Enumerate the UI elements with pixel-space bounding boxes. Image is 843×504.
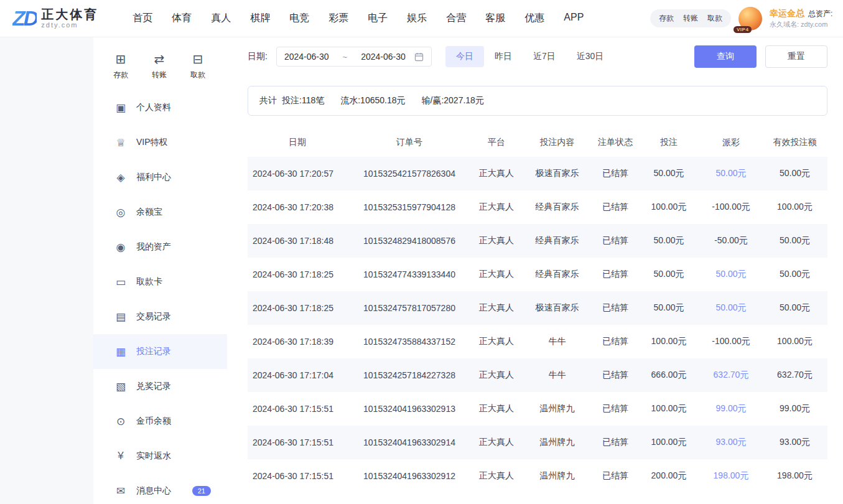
- cell-payout: 632.70元: [700, 370, 762, 381]
- cell-valid-bet: 198.00元: [762, 470, 827, 482]
- sidebar-menu-item[interactable]: ◉ 我的资产: [93, 230, 227, 264]
- sidebar-menu-item[interactable]: ▧ 兑奖记录: [93, 369, 227, 404]
- nav-item[interactable]: 首页: [133, 12, 152, 25]
- nav-item[interactable]: APP: [564, 12, 584, 25]
- cell-platform: 正大真人: [472, 470, 521, 482]
- cell-order-no: 1015324774339133440: [347, 269, 472, 279]
- nav-item[interactable]: 体育: [172, 12, 192, 25]
- filter-bar: 日期: 2024-06-30 ~ 2024-06-30 今日: [248, 37, 827, 76]
- sidebar-menu-item[interactable]: ✉ 消息中心 21: [93, 474, 227, 504]
- table-row: 2024-06-30 17:18:48 1015324829418008576 …: [248, 224, 827, 258]
- zd-logo-icon: ZD: [12, 6, 37, 30]
- nav-item[interactable]: 电竞: [289, 12, 309, 25]
- nav-item[interactable]: 电子: [368, 12, 388, 25]
- cell-date: 2024-06-30 17:20:57: [248, 169, 347, 179]
- top-bar: ZD 正大体育 zdty.com 首页 体育 真人 棋牌 电竞 彩票 电子 娱乐…: [0, 0, 843, 37]
- cell-order-no: 1015324041963302914: [347, 437, 472, 447]
- wallet-action-button[interactable]: 存款: [659, 13, 674, 24]
- quick-date-filter[interactable]: 今日: [445, 46, 484, 67]
- cell-status: 已结算: [593, 302, 638, 314]
- user-avatar[interactable]: VIP4: [738, 7, 762, 30]
- cell-bet-amount: 50.00元: [638, 235, 700, 246]
- cell-date: 2024-06-30 17:17:04: [248, 370, 347, 380]
- cell-order-no: 1015325315977904128: [347, 202, 472, 212]
- permanent-domain-text: 永久域名: zdty.com: [770, 20, 837, 30]
- cell-payout: 50.00元: [700, 302, 762, 314]
- sidebar-menu-label: 我的资产: [136, 241, 171, 253]
- cell-platform: 正大真人: [472, 370, 521, 381]
- unread-count-badge: 21: [192, 486, 211, 496]
- date-range-picker[interactable]: 2024-06-30 ~ 2024-06-30: [276, 47, 432, 67]
- summary-winloss: 输/赢:2027.18元: [422, 95, 484, 106]
- reset-button[interactable]: 重置: [765, 45, 827, 68]
- sidebar-menu-icon: ♕: [114, 136, 127, 149]
- nav-item[interactable]: 娱乐: [407, 12, 427, 25]
- quick-date-filter[interactable]: 近30日: [566, 46, 615, 67]
- sidebar-menu-item[interactable]: ▣ 个人资料: [93, 90, 227, 125]
- cell-valid-bet: 632.70元: [762, 370, 827, 381]
- date-from-value[interactable]: 2024-06-30: [284, 52, 329, 62]
- quick-action-icon: ⊟: [193, 53, 203, 65]
- nav-item[interactable]: 优惠: [524, 12, 544, 25]
- sidebar-quick-action[interactable]: ⇄ 转账: [152, 53, 167, 80]
- sidebar-menu-icon: ▧: [114, 380, 127, 393]
- wallet-action-button[interactable]: 转账: [683, 13, 698, 24]
- table-row: 2024-06-30 17:15:51 1015324041963302913 …: [248, 392, 827, 426]
- sidebar-menu-label: 取款卡: [136, 276, 162, 287]
- date-range-separator: ~: [343, 52, 348, 62]
- query-button[interactable]: 查询: [694, 45, 757, 68]
- nav-item[interactable]: 棋牌: [250, 12, 270, 25]
- cell-bet-amount: 100.00元: [638, 403, 700, 414]
- table-column-header: 日期: [248, 137, 347, 148]
- cell-payout: 50.00元: [700, 269, 762, 280]
- cell-status: 已结算: [593, 470, 638, 482]
- sidebar-menu-item[interactable]: ⊙ 金币余额: [93, 404, 227, 439]
- brand-logo[interactable]: ZD 正大体育 zdty.com: [12, 6, 98, 30]
- sidebar-menu-icon: ▭: [114, 276, 127, 289]
- quick-date-filter[interactable]: 昨日: [484, 46, 523, 67]
- nav-item[interactable]: 合营: [446, 12, 466, 25]
- cell-date: 2024-06-30 17:15:51: [248, 404, 347, 414]
- table-row: 2024-06-30 17:17:04 1015324257184227328 …: [248, 358, 827, 392]
- sidebar-menu-item[interactable]: ◈ 福利中心: [93, 160, 227, 195]
- cell-status: 已结算: [593, 202, 638, 213]
- nav-item[interactable]: 彩票: [328, 12, 348, 25]
- cell-bet-amount: 50.00元: [638, 302, 700, 314]
- sidebar-menu-label: VIP特权: [136, 137, 168, 148]
- cell-date: 2024-06-30 17:20:38: [248, 202, 347, 212]
- nav-item[interactable]: 客服: [485, 12, 505, 25]
- sidebar-menu-label: 福利中心: [136, 172, 171, 183]
- wallet-action-button[interactable]: 取款: [707, 13, 722, 24]
- cell-bet-amount: 50.00元: [638, 168, 700, 179]
- cell-date: 2024-06-30 17:15:51: [248, 437, 347, 447]
- cell-platform: 正大真人: [472, 168, 521, 179]
- sidebar-menu-item[interactable]: ¥ 实时返水: [93, 439, 227, 474]
- sidebar-quick-action[interactable]: ⊞ 存款: [113, 53, 128, 80]
- cell-status: 已结算: [593, 437, 638, 448]
- cell-bet-content: 经典百家乐: [521, 269, 593, 280]
- cell-bet-content: 经典百家乐: [521, 202, 593, 213]
- table-row: 2024-06-30 17:18:25 1015324774339133440 …: [248, 258, 827, 291]
- calendar-icon[interactable]: [414, 52, 424, 62]
- cell-status: 已结算: [593, 403, 638, 414]
- summary-turnover: 流水:10650.18元: [340, 95, 405, 106]
- cell-bet-content: 温州牌九: [521, 470, 593, 482]
- sidebar-menu-item[interactable]: ◎ 余额宝: [93, 195, 227, 230]
- cell-payout: 99.00元: [700, 403, 762, 414]
- quick-date-filter[interactable]: 近7日: [523, 46, 566, 67]
- sidebar-menu-item[interactable]: ▦ 投注记录: [93, 334, 227, 369]
- sidebar-quick-action[interactable]: ⊟ 取款: [190, 53, 205, 80]
- cell-order-no: 1015324041963302913: [347, 404, 472, 414]
- sidebar-menu-item[interactable]: ▭ 取款卡: [93, 264, 227, 299]
- date-to-value[interactable]: 2024-06-30: [361, 52, 406, 62]
- cell-platform: 正大真人: [472, 336, 521, 347]
- bet-records-table: 日期 订单号 平台 投注内容 注单状态 投注 派彩 有效投注额: [248, 128, 827, 493]
- summary-bar: 共计 投注:118笔 流水:10650.18元 输/赢:2027.18元: [248, 86, 827, 116]
- sidebar-menu-item[interactable]: ▤ 交易记录: [93, 299, 227, 334]
- sidebar-menu-item[interactable]: ♕ VIP特权: [93, 125, 227, 160]
- left-gutter: [0, 37, 93, 504]
- sidebar-menu-icon: ▤: [114, 310, 127, 324]
- quick-action-label: 转账: [152, 70, 167, 80]
- nav-item[interactable]: 真人: [211, 12, 231, 25]
- sidebar-menu-icon: ◈: [114, 171, 127, 184]
